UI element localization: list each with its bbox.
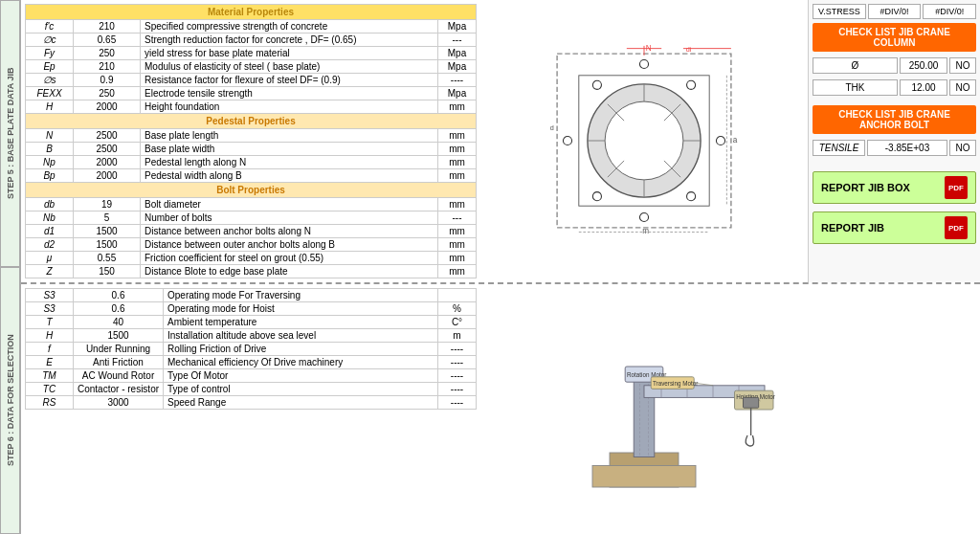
val-cell: 2500	[74, 143, 141, 156]
svg-point-14	[639, 212, 648, 221]
step-labels: STEP 5 : BASE PLATE DATA JIB STEP 6 : DA…	[0, 0, 21, 534]
val-cell: 1500	[74, 238, 141, 252]
thk-row: THK 12.00 NO	[813, 79, 976, 96]
sym-cell: ∅s	[26, 74, 74, 87]
sym-cell: Nb	[26, 211, 74, 225]
unit-cell: mm	[438, 238, 477, 252]
val-cell: 2000	[74, 100, 141, 114]
desc-cell: Operating mode For Traversing	[164, 289, 438, 302]
unit-cell: Mpa	[438, 20, 477, 33]
pdf-icon-1: PDF	[945, 176, 968, 199]
unit-cell: mm	[438, 100, 477, 114]
val-cell: 2000	[74, 156, 141, 169]
table-row: f'c 210 Specified compressive strength o…	[26, 20, 477, 33]
sym-cell: db	[26, 198, 74, 211]
main-content: Material Properties f'c 210 Specified co…	[21, 0, 980, 534]
material-table: Material Properties f'c 210 Specified co…	[25, 4, 477, 278]
desc-cell: Type of control	[164, 383, 438, 396]
desc-cell: Strength reduction factor for concrete ,…	[141, 33, 438, 47]
sym-cell: S3	[26, 289, 74, 302]
sym-cell: Ep	[26, 60, 74, 74]
val-cell: AC Wound Rotor	[74, 369, 164, 383]
table-row: Nb 5 Number of bolts ---	[26, 211, 477, 225]
desc-cell: Height foundation	[141, 100, 438, 114]
val-cell: 0.55	[74, 252, 141, 265]
unit-cell: ----	[438, 369, 477, 383]
table-row: f Under Running Rolling Friction of Driv…	[26, 343, 477, 356]
sym-cell: E	[26, 356, 74, 369]
desc-cell: Ambient temperature	[164, 316, 438, 329]
desc-cell: Installation altitude above sea level	[164, 329, 438, 343]
svg-rect-48	[744, 397, 759, 408]
report-jib-button[interactable]: REPORT JIB PDF	[813, 211, 976, 244]
sym-cell: B	[26, 143, 74, 156]
svg-point-17	[687, 191, 696, 200]
table-row: B 2500 Base plate width mm	[26, 143, 477, 156]
desc-cell: Speed Range	[164, 396, 438, 410]
table-row: Bp 2000 Pedestal width along B mm	[26, 169, 477, 183]
val-cell: 210	[74, 60, 141, 74]
unit-cell	[438, 289, 477, 302]
unit-cell: mm	[438, 143, 477, 156]
table-row: d2 1500 Distance between outer anchor bo…	[26, 238, 477, 252]
val-cell: 19	[74, 198, 141, 211]
val-cell: 5	[74, 211, 141, 225]
table-row: TM AC Wound Rotor Type Of Motor ----	[26, 369, 477, 383]
unit-cell: mm	[438, 198, 477, 211]
vstress-row: V.STRESS #DIV/0! #DIV/0!	[813, 4, 976, 19]
desc-cell: Rolling Friction of Drive	[164, 343, 438, 356]
val-cell: 0.6	[74, 302, 164, 316]
sym-cell: N	[26, 129, 74, 143]
tensile-label: TENSILE	[813, 140, 865, 156]
svg-rect-31	[592, 465, 696, 487]
desc-cell: Pedestal length along N	[141, 156, 438, 169]
svg-point-18	[592, 80, 601, 89]
val-cell: 250	[74, 87, 141, 100]
table-row: E Anti Friction Mechanical efficiency Of…	[26, 356, 477, 369]
sym-cell: Z	[26, 265, 74, 278]
table-row: S3 0.6 Operating mode For Traversing	[26, 289, 477, 302]
diameter-value: 250.00	[900, 57, 947, 74]
tensile-row: TENSILE -3.85E+03 NO	[813, 140, 976, 156]
desc-cell: Distance Blote to edge base plate	[141, 265, 438, 278]
report-jib-box-button[interactable]: REPORT JIB BOX PDF	[813, 171, 976, 204]
val-cell: 150	[74, 265, 141, 278]
report-jib-label: REPORT JIB	[821, 222, 884, 234]
unit-cell: mm	[438, 129, 477, 143]
thk-label: THK	[813, 79, 898, 96]
desc-cell: Modulus of elasticity of steel ( base pl…	[141, 60, 438, 74]
val-cell: 40	[74, 316, 164, 329]
unit-cell: mm	[438, 265, 477, 278]
sym-cell: d2	[26, 238, 74, 252]
crane-diagram-area: Rotation Motor Traversing Motor Hoisting…	[480, 284, 808, 534]
desc-cell: Operating mode for Hoist	[164, 302, 438, 316]
unit-cell: mm	[438, 169, 477, 183]
sym-cell: H	[26, 100, 74, 114]
desc-cell: Resistance factor for flexure of steel D…	[141, 74, 438, 87]
desc-cell: Base plate length	[141, 129, 438, 143]
sym-cell: H	[26, 329, 74, 343]
table-row: N 2500 Base plate length mm	[26, 129, 477, 143]
table-row: μ 0.55 Friction coefficient for steel on…	[26, 252, 477, 265]
unit-cell: ----	[438, 74, 477, 87]
desc-cell: Base plate width	[141, 143, 438, 156]
unit-cell: ----	[438, 356, 477, 369]
table-row: Np 2000 Pedestal length along N mm	[26, 156, 477, 169]
step5-label: STEP 5 : BASE PLATE DATA JIB	[0, 0, 20, 267]
svg-point-16	[687, 80, 696, 89]
unit-cell: ----	[438, 396, 477, 410]
bolt-diagram: N di a m d	[548, 45, 740, 238]
table-row: S3 0.6 Operating mode for Hoist %	[26, 302, 477, 316]
bolt-diagram-area: N di a m d	[480, 0, 808, 282]
desc-cell: Distance between outer anchor bolts alon…	[141, 238, 438, 252]
unit-cell: C°	[438, 316, 477, 329]
unit-cell: ---	[438, 33, 477, 47]
table-row: Z 150 Distance Blote to edge base plate …	[26, 265, 477, 278]
unit-cell: ----	[438, 343, 477, 356]
diameter-status: NO	[949, 57, 976, 74]
svg-point-19	[592, 191, 601, 200]
sym-cell: TC	[26, 383, 74, 396]
unit-cell: Mpa	[438, 87, 477, 100]
sym-cell: T	[26, 316, 74, 329]
table-row: Ep 210 Modulus of elasticity of steel ( …	[26, 60, 477, 74]
